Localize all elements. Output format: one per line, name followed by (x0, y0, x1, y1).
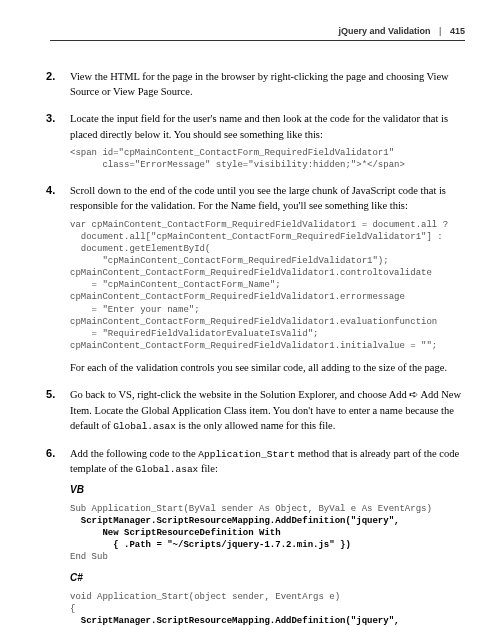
header-separator: | (439, 26, 441, 36)
step-text-part2: is the only allowed name for this file. (176, 420, 336, 431)
inline-code: Global.asax (113, 421, 176, 432)
page-header: jQuery and Validation | 415 (50, 25, 465, 41)
language-label-vb: VB (70, 483, 465, 498)
header-page-number: 415 (450, 26, 465, 36)
code-block: var cpMainContent_ContactForm_RequiredFi… (70, 219, 465, 353)
step-text-part1: Add the following code to the (70, 448, 198, 459)
inline-code: Application_Start (198, 449, 295, 460)
header-section: jQuery and Validation (339, 26, 431, 36)
code-block-vb: Sub Application_Start(ByVal sender As Ob… (70, 503, 465, 564)
step-text: Scroll down to the end of the code until… (70, 185, 446, 211)
code-block: <span id="cpMainContent_ContactForm_Requ… (70, 147, 465, 171)
step-6: Add the following code to the Applicatio… (50, 446, 465, 627)
step-text-part3: file: (198, 463, 218, 474)
step-3: Locate the input field for the user's na… (50, 111, 465, 171)
language-label-cs: C# (70, 571, 465, 586)
step-after-text: For each of the validation controls you … (70, 360, 465, 375)
step-5: Go back to VS, right-click the website i… (50, 387, 465, 433)
step-text: Locate the input field for the user's na… (70, 113, 448, 139)
step-list: View the HTML for the page in the browse… (50, 69, 465, 627)
code-block-cs: void Application_Start(object sender, Ev… (70, 591, 465, 627)
step-text: View the HTML for the page in the browse… (70, 71, 449, 97)
step-4: Scroll down to the end of the code until… (50, 183, 465, 375)
inline-code: Global.asax (136, 464, 199, 475)
step-2: View the HTML for the page in the browse… (50, 69, 465, 99)
